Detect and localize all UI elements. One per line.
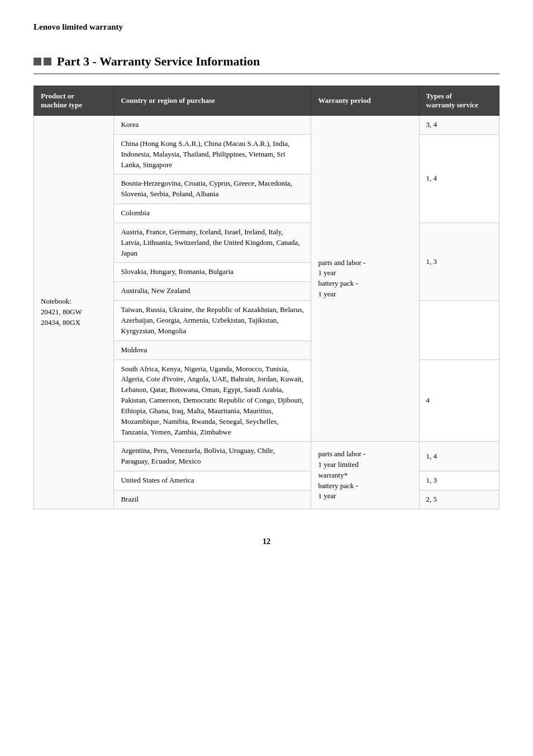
col-header-warranty: Warranty period (311, 86, 419, 116)
country-cell-taiwan: Taiwan, Russia, Ukraine, the Republic of… (114, 301, 311, 341)
country-cell-korea: Korea (114, 116, 311, 135)
country-cell-slovakia: Slovakia, Hungary, Romania, Bulgaria (114, 263, 311, 282)
types-cell-25: 2, 5 (419, 490, 499, 509)
types-cell-14b: 1, 4 (419, 442, 499, 471)
warranty-cell-group2: parts and labor -1 year limitedwarranty*… (311, 442, 419, 509)
warranty-cell-group1: parts and labor -1 yearbattery pack -1 y… (311, 116, 419, 442)
country-cell-moldova: Moldova (114, 341, 311, 360)
country-cell-austria: Austria, France, Germany, Iceland, Israe… (114, 223, 311, 263)
section-icons (34, 58, 51, 65)
types-cell-4: 4 (419, 360, 499, 442)
country-cell-argentina: Argentina, Peru, Venezuela, Bolivia, Uru… (114, 442, 311, 471)
warranty-table: Product ormachine type Country or region… (34, 86, 499, 509)
country-cell-china: China (Hong Kong S.A.R.), China (Macau S… (114, 134, 311, 174)
col-header-product: Product ormachine type (34, 86, 114, 116)
table-header-row: Product ormachine type Country or region… (34, 86, 499, 116)
types-cell-13b: 1, 3 (419, 471, 499, 490)
country-cell-africa: South Africa, Kenya, Nigeria, Uganda, Mo… (114, 360, 311, 442)
types-cell-13a: 1, 3 (419, 223, 499, 300)
product-cell: Notebook:20421, 80GW20434, 80GX (34, 116, 114, 509)
col-header-types: Types ofwarranty service (419, 86, 499, 116)
table-row: Notebook:20421, 80GW20434, 80GX Korea pa… (34, 116, 499, 135)
section-title: Part 3 - Warranty Service Information (57, 54, 260, 69)
section-heading: Part 3 - Warranty Service Information (34, 54, 499, 74)
icon-square-1 (34, 58, 41, 65)
types-cell-korea: 3, 4 (419, 116, 499, 135)
col-header-country: Country or region of purchase (114, 86, 311, 116)
country-cell-bosnia: Bosnia-Herzegovina, Croatia, Cyprus, Gre… (114, 174, 311, 204)
country-cell-usa: United States of America (114, 471, 311, 490)
country-cell-colombia: Colombia (114, 204, 311, 223)
types-cell-empty (419, 301, 499, 360)
country-cell-australia: Australia, New Zealand (114, 282, 311, 301)
types-cell-14a: 1, 4 (419, 134, 499, 223)
page-title: Lenovo limited warranty (34, 22, 499, 32)
country-cell-brazil: Brazil (114, 490, 311, 509)
page-number: 12 (34, 537, 499, 546)
icon-square-2 (44, 58, 51, 65)
